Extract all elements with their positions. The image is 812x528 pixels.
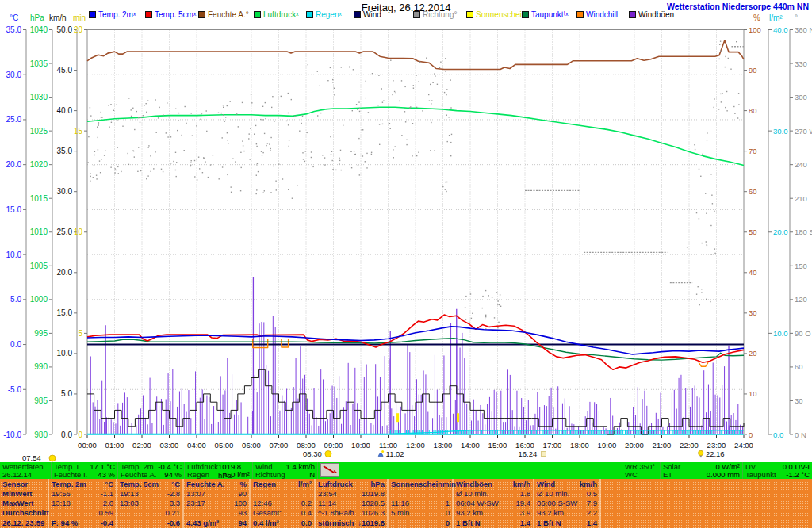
legend-swatch-icon — [629, 11, 636, 18]
sensor-column-luftdruck: LuftdruckhPa23:541019.811:141028.5^-1.8h… — [316, 479, 389, 528]
legend-swatch-icon — [89, 11, 96, 18]
column-header: Wind — [537, 479, 555, 489]
cell-value: 1.4 — [520, 518, 530, 528]
status-label: Luftdruck — [187, 462, 218, 470]
legend-label: Sonnenschein — [476, 10, 526, 19]
status-value: 0.0 l/m² — [224, 470, 250, 478]
legend-label: Luftdruckˣ — [263, 10, 298, 19]
sensor-column-wind: Windkm/hØ 10 min.0.506:00 S-SW7.993.2 km… — [534, 479, 601, 528]
svg-text:30: 30 — [795, 396, 803, 405]
cell-time: 11:16 — [391, 499, 409, 508]
cell-time: 1 Bft N — [537, 518, 561, 528]
status-cell-1: Temp. I.17.1 °CFeuchte I.43 % — [51, 462, 117, 479]
legend-item-0: Temp. 2mˣ — [89, 10, 136, 19]
svg-text:22:00: 22:00 — [680, 441, 699, 450]
svg-text:1005: 1005 — [30, 262, 48, 270]
cell-value: 0 — [446, 518, 450, 528]
svg-text:20: 20 — [74, 25, 83, 34]
status-cell-6: WR 350°WC -0.4°C — [622, 462, 660, 479]
legend-label: Feuchte A.° — [208, 10, 249, 19]
status-bar: Wetterdaten26.12.14 23:59Temp. I.17.1 °C… — [0, 462, 812, 479]
svg-text:5: 5 — [78, 329, 82, 338]
svg-text:240: 240 — [795, 160, 807, 169]
legend-label: Temp. 2mˣ — [98, 10, 136, 19]
cell-time: 4.43 g/m³ — [186, 518, 219, 528]
status-value: N — [309, 470, 315, 478]
status-cell-0: Wetterdaten26.12.14 23:59 — [0, 462, 51, 479]
status-label: Feuchte I. — [54, 470, 87, 478]
sensor-column-temp-5cm: Temp. 5cm°C19:13-2.813:033.30.21-0.6 — [117, 479, 184, 528]
status-value: -0.4 °C — [158, 462, 182, 470]
legend-item-2: Feuchte A.° — [198, 10, 249, 19]
svg-text:1015: 1015 — [30, 194, 48, 203]
svg-text:0.0: 0.0 — [61, 430, 72, 439]
status-label: Temp. 2m — [121, 462, 154, 470]
sensor-column-temp-2m: Temp. 2m°C19:56-1.113:182.00.59F: 94 %-0… — [49, 479, 117, 528]
column-header: Regen — [253, 479, 276, 489]
status-cell-2: Temp. 2m-0.4 °CFeuchte A.94 % — [117, 462, 184, 479]
column-unit: l/m² — [298, 479, 312, 489]
cell-value: 7.9 — [587, 499, 597, 508]
status-label: Feuchte A. — [121, 470, 156, 478]
cell-time: 06:04 W-SW — [456, 499, 499, 508]
svg-text:5.0: 5.0 — [10, 295, 21, 304]
legend-item-7: Sonnenschein — [466, 10, 526, 19]
wswin-weather-window: °C35.030.025.020.015.010.05.00.0-5.0-10.… — [0, 0, 812, 528]
svg-text:25.0: 25.0 — [57, 228, 73, 236]
cell-value: 93 — [238, 508, 247, 518]
svg-text:06:00: 06:00 — [242, 441, 261, 450]
svg-text:24:00: 24:00 — [734, 441, 753, 450]
svg-text:300: 300 — [795, 93, 807, 101]
status-label: ET — [663, 470, 672, 478]
svg-text:30.0: 30.0 — [6, 71, 22, 79]
status-value: 43 % — [98, 470, 115, 478]
chart-legend: Temp. 2mˣTemp. 5cmˣFeuchte A.°Luftdruckˣ… — [0, 10, 812, 21]
svg-text:08:30: 08:30 — [303, 450, 322, 458]
legend-label: Taupunkt!ˣ — [531, 10, 569, 19]
cell-value: 0.0 — [301, 518, 312, 528]
svg-text:1020: 1020 — [30, 160, 48, 169]
sensor-column-windb-en: Windböenkm/hØ 10 min.1.806:04 W-SW19.493… — [454, 479, 534, 528]
legend-swatch-icon — [254, 11, 261, 18]
cell-value: 0.21 — [166, 508, 181, 518]
status-value: 94 % — [164, 470, 182, 478]
sun-pale-icon — [541, 452, 546, 457]
cell-value: 94 — [238, 518, 247, 528]
svg-text:990: 990 — [34, 362, 48, 371]
svg-text:210: 210 — [795, 194, 807, 203]
cell-value: 0.4 — [301, 508, 312, 518]
svg-text:1040: 1040 — [30, 25, 48, 34]
cell-time: 13:07 — [186, 489, 205, 499]
legend-item-5: Wind — [354, 10, 381, 19]
legend-label: Wind — [363, 10, 381, 19]
svg-text:35.0: 35.0 — [6, 25, 22, 34]
status-label: WR 350° — [625, 462, 655, 470]
svg-text:10.0: 10.0 — [773, 329, 788, 338]
svg-text:21:00: 21:00 — [653, 441, 672, 450]
status-value: 0 W/m² — [715, 462, 740, 470]
svg-text:-10.0: -10.0 — [3, 430, 21, 439]
cell-value: 1.8 — [520, 489, 530, 499]
svg-text:150: 150 — [795, 262, 807, 270]
sensor-column-regen: Regenl/m²12:460.2Gesamt:0.40.4 l/m²0.0 — [251, 479, 316, 528]
cell-value: 19.4 — [516, 499, 531, 508]
cell-time: Gesamt: — [253, 508, 282, 518]
legend-swatch-icon — [576, 11, 584, 18]
sun-icon — [49, 455, 56, 461]
svg-text:995: 995 — [34, 329, 48, 338]
svg-text:40.0: 40.0 — [57, 106, 73, 115]
cell-time: F: 94 % — [52, 518, 78, 528]
weather-day-chart[interactable]: °C35.030.025.020.015.010.05.00.0-5.0-10.… — [0, 0, 812, 462]
svg-text:180 S: 180 S — [795, 228, 812, 236]
svg-text:23:00: 23:00 — [707, 441, 726, 450]
svg-text:02:00: 02:00 — [132, 441, 151, 450]
svg-text:17:00: 17:00 — [543, 441, 562, 450]
svg-text:360 N: 360 N — [795, 25, 812, 34]
svg-text:0.0: 0.0 — [773, 430, 783, 439]
svg-text:10.0: 10.0 — [57, 349, 73, 358]
svg-text:60: 60 — [795, 362, 803, 371]
cell-value: 0.59 — [99, 508, 114, 518]
svg-text:20.0: 20.0 — [773, 228, 788, 236]
svg-text:07:00: 07:00 — [270, 441, 289, 450]
column-header: Temp. 5cm — [120, 479, 159, 489]
